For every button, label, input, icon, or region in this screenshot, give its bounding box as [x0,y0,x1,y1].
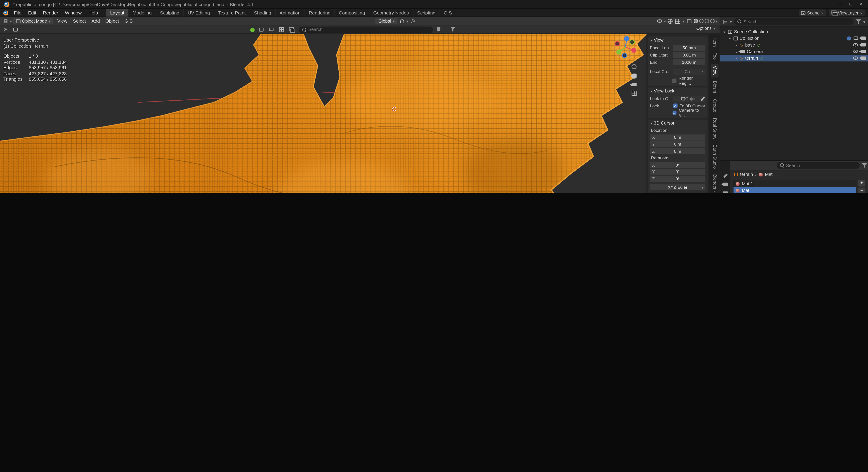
viewport-menu-item[interactable]: GIS [122,17,135,25]
bookmark-icon[interactable] [435,26,442,33]
unlink-scene-icon[interactable]: × [821,11,824,15]
minimize-button[interactable]: ─ [839,2,842,6]
expand-icon[interactable]: ▾ [722,30,726,33]
disable-render-icon[interactable] [861,50,866,53]
expand-icon[interactable]: ▸ [735,56,739,60]
clip-end-field[interactable]: 1000 m [673,59,705,65]
workspace-tab[interactable]: GIS [439,9,456,17]
disable-render-icon[interactable] [861,57,866,60]
lock-to-object-field[interactable]: Object [673,95,705,101]
properties-search-field[interactable] [777,162,860,169]
workspace-tab[interactable]: Modeling [128,9,156,17]
proportional-edit-icon[interactable]: ◎ [409,18,416,24]
maximize-button[interactable]: □ [849,2,852,6]
outliner-search-input[interactable] [743,19,850,24]
camera-view-icon[interactable] [631,83,637,86]
outliner-row-base[interactable]: ▸ ▽ base ▽ [720,41,868,48]
zoom-icon[interactable] [631,64,637,70]
material-slot[interactable]: Mat [734,187,856,193]
navigation-gizmo[interactable] [611,33,640,61]
hide-eye-icon[interactable] [853,57,858,60]
tab-render[interactable] [721,181,730,188]
expand-icon[interactable]: ▸ [735,43,739,47]
search-input[interactable] [308,27,430,32]
cursor-rotation-y-field[interactable]: Y0° [650,169,705,175]
view-lock-header[interactable]: ▾ View Lock [648,88,707,95]
tab-output[interactable] [721,189,730,193]
npanel-tab[interactable]: Blosm [711,79,718,96]
npanel-tab[interactable]: Earth Studio [711,143,718,171]
viewport-search-field[interactable] [299,26,433,33]
editor-type-icon[interactable]: ▦ [2,18,9,24]
scene-selector[interactable]: Scene × [799,9,826,16]
viewport-menu-item[interactable]: Object [103,17,122,25]
cursor-location-x-field[interactable]: X0 m [650,134,705,140]
overlays-toggle-icon[interactable] [675,18,681,24]
viewport-menu-item[interactable]: View [55,17,70,25]
rotation-mode-dropdown[interactable]: XYZ Euler▾ [650,184,705,190]
topbar-menu-item[interactable]: Render [39,9,62,17]
collection-checkbox[interactable]: ✓ [847,36,851,40]
viewlayer-selector[interactable]: ViewLayer × [829,9,865,16]
chevron-down-icon[interactable]: ▾ [683,19,685,23]
npanel-tab[interactable]: Tool [711,50,718,63]
disable-render-icon[interactable] [861,43,866,46]
cursor-rotation-z-field[interactable]: Z0° [650,176,705,182]
npanel-tab[interactable]: Create [711,97,718,115]
tab-tool[interactable] [721,172,730,179]
workspace-tab[interactable]: Scripting [413,9,439,17]
cursor-location-z-field[interactable]: Z0 m [650,148,705,154]
hide-viewport-icon[interactable] [854,37,858,40]
remove-slot-button[interactable]: − [858,188,865,193]
workspace-tab[interactable]: Layout [106,9,128,17]
cursor-location-y-field[interactable]: Y0 m [650,141,705,147]
camera-to-view-checkbox[interactable]: ✓ [672,111,677,115]
hide-eye-icon[interactable] [853,50,858,53]
expand-icon[interactable]: ▸ [735,50,739,53]
outliner-row-scene-collection[interactable]: ▾ Scene Collection [720,28,868,35]
tool-option-icon[interactable] [288,26,294,33]
eyedropper-icon[interactable] [700,96,705,101]
shading-options-chevron-icon[interactable]: ▾ [715,19,717,23]
npanel-tab[interactable]: BlenderKit [711,172,718,193]
chevron-down-icon[interactable]: ▾ [730,20,732,24]
hide-eye-icon[interactable] [853,43,858,46]
filter-icon[interactable] [856,20,861,24]
workspace-tab[interactable]: Texture Paint [214,9,250,17]
lock-to-3d-cursor-checkbox[interactable]: ✓ [673,103,678,108]
workspace-tab[interactable]: UV Editing [183,9,214,17]
topbar-menu-item[interactable]: Help [85,9,101,17]
material-slot[interactable]: Mat.1 [734,180,856,187]
expand-icon[interactable]: ▾ [728,36,732,40]
render-region-checkbox[interactable] [672,79,677,83]
cursor-3d-header[interactable]: ▾ 3D Cursor [648,120,707,127]
blender-menu-icon[interactable] [3,10,8,15]
clip-start-field[interactable]: 0.01 m [673,52,705,58]
outliner-row-camera[interactable]: ▸ Camera [720,48,868,55]
add-slot-button[interactable]: + [858,180,865,187]
active-tool-icon[interactable]: ➤ [2,26,9,33]
filter-chevron-icon[interactable]: ▾ [863,20,865,24]
breadcrumb-object[interactable]: terrain [740,172,753,177]
options-dropdown[interactable]: Options ▾ [696,26,715,31]
outliner-search-field[interactable] [734,18,854,25]
npanel-tab[interactable]: Real Snow [711,116,718,141]
workspace-tab[interactable]: Compositing [334,9,369,17]
npanel-tab[interactable]: View [711,64,718,78]
shading-wireframe-icon[interactable] [693,19,698,23]
properties-search-input[interactable] [786,163,857,168]
mode-dropdown[interactable]: Object Mode ▾ [13,18,53,24]
workspace-tab[interactable]: Geometry Nodes [369,9,413,17]
shading-solid-icon[interactable] [699,19,704,23]
tool-fallback-icon[interactable] [12,26,19,33]
editor-type-icon[interactable]: ▤ [723,19,727,24]
clear-icon[interactable]: × [702,69,704,73]
topbar-menu-item[interactable]: Edit [25,9,39,17]
chevron-down-icon[interactable]: ▾ [664,19,666,23]
filter-icon[interactable] [450,26,456,33]
close-button[interactable]: × [860,2,862,6]
local-camera-field[interactable]: Ca...× [673,68,705,74]
editor-type-chevron-icon[interactable]: ▾ [10,19,12,23]
workspace-tab[interactable]: Shading [250,9,275,17]
disable-render-icon[interactable] [861,37,866,40]
